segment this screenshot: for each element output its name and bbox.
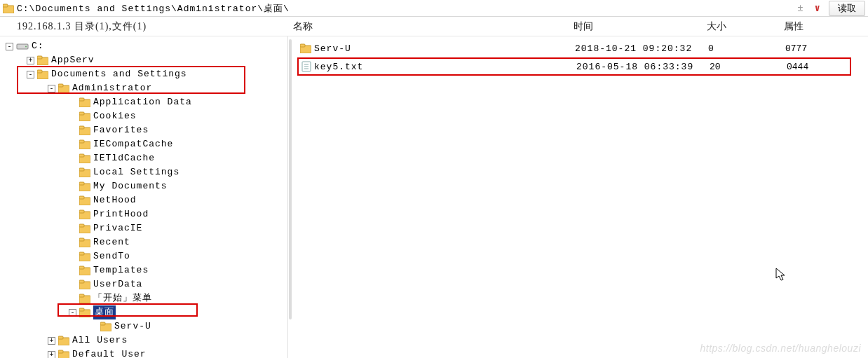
tree-node[interactable]: -Administrator [6, 81, 287, 95]
tree-node[interactable]: PrintHood [6, 207, 287, 221]
tree-node[interactable]: Recent [6, 235, 287, 249]
folder-icon [79, 97, 90, 107]
tree-node-label[interactable]: AppServ [51, 53, 95, 67]
tree-node[interactable]: -C: [6, 39, 287, 53]
tree-node[interactable]: SendTo [6, 249, 287, 263]
tree-node-label[interactable]: PrivacIE [93, 221, 142, 235]
collapse-icon[interactable]: - [6, 43, 13, 50]
col-header-name[interactable]: 名称 [293, 20, 574, 33]
svg-rect-21 [79, 168, 84, 171]
tree-node[interactable]: +Default User [6, 347, 287, 358]
expand-icon[interactable]: + [48, 337, 55, 345]
expander-blank [69, 141, 76, 149]
file-row[interactable]: Serv-U2018-10-21 09:20:3200777 [293, 39, 868, 57]
tree-node-label[interactable]: My Documents [93, 179, 168, 193]
svg-rect-5 [37, 56, 42, 59]
expand-icon[interactable]: + [27, 57, 34, 64]
folder-icon [79, 252, 90, 261]
folder-icon [3, 4, 14, 13]
tree-node[interactable]: Templates [6, 263, 287, 277]
titlebar-controls: ± ∨ 读取 [794, 1, 865, 16]
mouse-cursor-icon [775, 268, 787, 282]
svg-rect-43 [100, 322, 105, 325]
pin-icon[interactable]: ± [794, 3, 806, 14]
tree-node-label[interactable]: 桌面 [93, 305, 116, 319]
folder-icon [100, 322, 111, 331]
tree-node[interactable]: IECompatCache [6, 137, 287, 151]
tree-pane[interactable]: -C:+AppServ-Documents and Settings-Admin… [0, 36, 287, 358]
tree-node[interactable]: Application Data [6, 95, 287, 109]
titlebar: C:\Documents and Settings\Administrator\… [0, 0, 868, 17]
tree-node-label[interactable]: Documents and Settings [51, 67, 187, 81]
tree-node-label[interactable]: Recent [93, 235, 130, 249]
expander-blank [69, 155, 76, 163]
read-button[interactable]: 读取 [829, 1, 865, 16]
folder-icon [79, 167, 90, 177]
folder-icon [37, 69, 48, 79]
expander-blank [69, 127, 76, 135]
folder-icon [79, 266, 90, 275]
tree-node-label[interactable]: NetHood [93, 193, 137, 207]
tree-node-label[interactable]: Local Settings [93, 165, 179, 179]
file-size: 20 [710, 62, 787, 72]
tree-node-label[interactable]: Administrator [72, 81, 152, 95]
tree-node-label[interactable]: C: [32, 39, 44, 53]
column-headers: 名称 时间 大小 属性 [293, 20, 868, 33]
tree-node[interactable]: 「开始」菜单 [6, 291, 287, 305]
tree-node-label[interactable]: PrintHood [93, 207, 149, 221]
tree-node[interactable]: IETldCache [6, 151, 287, 165]
folder-icon [79, 111, 90, 121]
expander-blank [69, 211, 76, 219]
svg-rect-7 [37, 70, 42, 73]
tree-node-label[interactable]: Serv-U [114, 319, 151, 333]
tree-node-label[interactable]: 「开始」菜单 [93, 291, 152, 305]
folder-icon [79, 153, 90, 163]
dropdown-caret-icon[interactable]: ∨ [812, 2, 823, 14]
folder-icon [79, 209, 90, 219]
file-name: key5.txt [314, 62, 363, 72]
pane-divider[interactable] [287, 36, 293, 358]
tree-node-label[interactable]: Templates [93, 263, 149, 277]
tree-node-label[interactable]: UserData [93, 277, 142, 291]
expander-blank [69, 267, 76, 275]
expander-blank [69, 99, 76, 106]
svg-rect-29 [79, 224, 84, 227]
tree-node-label[interactable]: IETldCache [93, 151, 155, 165]
expand-icon[interactable]: + [48, 351, 55, 359]
tree-node-label[interactable]: All Users [72, 333, 128, 347]
collapse-icon[interactable]: - [27, 71, 34, 78]
tree-node[interactable]: Serv-U [6, 319, 287, 333]
svg-rect-23 [79, 182, 84, 185]
tree-node[interactable]: +AppServ [6, 53, 287, 67]
file-row[interactable]: key5.txt2016-05-18 06:33:39200444 [297, 57, 851, 76]
tree-node-label[interactable]: Favorites [93, 123, 149, 137]
expander-blank [69, 295, 76, 303]
tree-node[interactable]: NetHood [6, 193, 287, 207]
tree-node-label[interactable]: Application Data [93, 95, 192, 109]
tree-node[interactable]: Local Settings [6, 165, 287, 179]
tree-node[interactable]: -Documents and Settings [6, 67, 287, 81]
tree-node[interactable]: Favorites [6, 123, 287, 137]
tree-node-label[interactable]: Default User [72, 347, 147, 358]
tree-node-selected[interactable]: -桌面 [6, 305, 287, 319]
col-header-attr[interactable]: 属性 [784, 20, 840, 33]
tree-node-label[interactable]: IECompatCache [93, 137, 173, 151]
folder-icon [79, 294, 90, 303]
tree-node[interactable]: PrivacIE [6, 221, 287, 235]
tree-node[interactable]: Cookies [6, 109, 287, 123]
svg-rect-37 [79, 280, 84, 283]
tree-node[interactable]: My Documents [6, 179, 287, 193]
tree-node-label[interactable]: Cookies [93, 109, 137, 123]
tree-node[interactable]: +All Users [6, 333, 287, 347]
col-header-size[interactable]: 大小 [707, 20, 784, 33]
tree-node[interactable]: UserData [6, 277, 287, 291]
tree-node-label[interactable]: SendTo [93, 249, 130, 263]
file-pane[interactable]: Serv-U2018-10-21 09:20:3200777key5.txt20… [293, 36, 868, 358]
col-header-time[interactable]: 时间 [574, 20, 707, 33]
folder-icon [79, 181, 90, 191]
collapse-icon[interactable]: - [69, 309, 76, 317]
collapse-icon[interactable]: - [48, 85, 55, 92]
file-time: 2016-05-18 06:33:39 [576, 62, 710, 72]
folder-icon [300, 43, 311, 53]
folder-icon [58, 336, 69, 345]
